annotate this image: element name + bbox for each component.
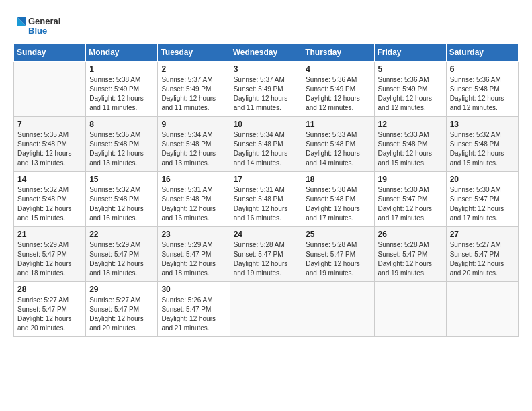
calendar-day-cell: 19Sunrise: 5:30 AMSunset: 5:47 PMDayligh…: [374, 172, 446, 227]
calendar-week-row: 7Sunrise: 5:35 AMSunset: 5:48 PMDaylight…: [14, 117, 519, 172]
day-info: Sunrise: 5:27 AMSunset: 5:47 PMDaylight:…: [89, 295, 154, 333]
day-info: Sunrise: 5:31 AMSunset: 5:48 PMDaylight:…: [234, 185, 299, 223]
day-info: Sunrise: 5:32 AMSunset: 5:48 PMDaylight:…: [450, 130, 515, 168]
day-number: 7: [17, 120, 82, 129]
day-number: 3: [234, 64, 299, 74]
logo-svg: GeneralBlue: [13, 13, 67, 39]
day-number: 20: [450, 175, 515, 184]
calendar-header-row: SundayMondayTuesdayWednesdayThursdayFrid…: [14, 44, 519, 62]
calendar-day-cell: 26Sunrise: 5:28 AMSunset: 5:47 PMDayligh…: [374, 227, 446, 282]
day-info: Sunrise: 5:28 AMSunset: 5:47 PMDaylight:…: [378, 240, 443, 278]
calendar-day-cell: 2Sunrise: 5:37 AMSunset: 5:49 PMDaylight…: [158, 62, 230, 117]
logo: GeneralBlue: [13, 13, 67, 39]
day-number: 21: [17, 230, 82, 239]
calendar-day-cell: 13Sunrise: 5:32 AMSunset: 5:48 PMDayligh…: [446, 117, 518, 172]
day-number: 29: [89, 285, 154, 294]
day-number: 25: [306, 230, 370, 239]
calendar-day-cell: [230, 282, 302, 337]
day-info: Sunrise: 5:28 AMSunset: 5:47 PMDaylight:…: [234, 240, 299, 278]
day-number: 18: [306, 175, 370, 184]
calendar-day-cell: 25Sunrise: 5:28 AMSunset: 5:47 PMDayligh…: [302, 227, 374, 282]
calendar-day-cell: 1Sunrise: 5:38 AMSunset: 5:49 PMDaylight…: [86, 62, 158, 117]
day-info: Sunrise: 5:31 AMSunset: 5:48 PMDaylight:…: [161, 185, 226, 223]
calendar-day-cell: 18Sunrise: 5:30 AMSunset: 5:48 PMDayligh…: [302, 172, 374, 227]
day-info: Sunrise: 5:35 AMSunset: 5:48 PMDaylight:…: [89, 130, 154, 168]
day-number: 16: [161, 175, 226, 184]
day-info: Sunrise: 5:35 AMSunset: 5:48 PMDaylight:…: [17, 130, 82, 168]
day-number: 8: [89, 120, 154, 129]
calendar-day-cell: 5Sunrise: 5:36 AMSunset: 5:49 PMDaylight…: [374, 62, 446, 117]
day-number: 12: [378, 120, 443, 129]
day-info: Sunrise: 5:38 AMSunset: 5:49 PMDaylight:…: [89, 75, 154, 113]
calendar-day-cell: 11Sunrise: 5:33 AMSunset: 5:48 PMDayligh…: [302, 117, 374, 172]
day-number: 2: [161, 64, 226, 74]
calendar-day-cell: 15Sunrise: 5:32 AMSunset: 5:48 PMDayligh…: [86, 172, 158, 227]
day-number: 5: [378, 64, 443, 74]
day-info: Sunrise: 5:36 AMSunset: 5:49 PMDaylight:…: [306, 75, 370, 113]
calendar-day-cell: 24Sunrise: 5:28 AMSunset: 5:47 PMDayligh…: [230, 227, 302, 282]
day-number: 30: [161, 285, 226, 294]
day-info: Sunrise: 5:29 AMSunset: 5:47 PMDaylight:…: [17, 240, 82, 278]
calendar-day-cell: 14Sunrise: 5:32 AMSunset: 5:48 PMDayligh…: [14, 172, 86, 227]
header: GeneralBlue: [13, 13, 519, 39]
day-info: Sunrise: 5:36 AMSunset: 5:49 PMDaylight:…: [378, 75, 443, 113]
calendar-day-cell: 10Sunrise: 5:34 AMSunset: 5:48 PMDayligh…: [230, 117, 302, 172]
day-number: 13: [450, 120, 515, 129]
calendar-day-cell: 7Sunrise: 5:35 AMSunset: 5:48 PMDaylight…: [14, 117, 86, 172]
day-number: 11: [306, 120, 370, 129]
calendar-day-cell: [374, 282, 446, 337]
calendar-day-cell: 27Sunrise: 5:27 AMSunset: 5:47 PMDayligh…: [446, 227, 518, 282]
calendar-day-cell: 29Sunrise: 5:27 AMSunset: 5:47 PMDayligh…: [86, 282, 158, 337]
calendar-week-row: 28Sunrise: 5:27 AMSunset: 5:47 PMDayligh…: [14, 282, 519, 337]
day-info: Sunrise: 5:30 AMSunset: 5:47 PMDaylight:…: [378, 185, 443, 223]
calendar-header-saturday: Saturday: [446, 44, 518, 62]
calendar-header-thursday: Thursday: [302, 44, 374, 62]
calendar-header-sunday: Sunday: [14, 44, 86, 62]
calendar-day-cell: 28Sunrise: 5:27 AMSunset: 5:47 PMDayligh…: [14, 282, 86, 337]
page: GeneralBlue SundayMondayTuesdayWednesday…: [0, 0, 532, 411]
day-number: 23: [161, 230, 226, 239]
calendar-week-row: 14Sunrise: 5:32 AMSunset: 5:48 PMDayligh…: [14, 172, 519, 227]
day-number: 6: [450, 64, 515, 74]
calendar-header-friday: Friday: [374, 44, 446, 62]
day-number: 14: [17, 175, 82, 184]
svg-text:Blue: Blue: [28, 26, 47, 36]
calendar-day-cell: 22Sunrise: 5:29 AMSunset: 5:47 PMDayligh…: [86, 227, 158, 282]
calendar-day-cell: 30Sunrise: 5:26 AMSunset: 5:47 PMDayligh…: [158, 282, 230, 337]
day-info: Sunrise: 5:33 AMSunset: 5:48 PMDaylight:…: [306, 130, 370, 168]
day-number: 4: [306, 64, 370, 74]
day-info: Sunrise: 5:37 AMSunset: 5:49 PMDaylight:…: [161, 75, 226, 113]
calendar-day-cell: 12Sunrise: 5:33 AMSunset: 5:48 PMDayligh…: [374, 117, 446, 172]
day-info: Sunrise: 5:34 AMSunset: 5:48 PMDaylight:…: [161, 130, 226, 168]
day-info: Sunrise: 5:26 AMSunset: 5:47 PMDaylight:…: [161, 295, 226, 333]
day-info: Sunrise: 5:30 AMSunset: 5:48 PMDaylight:…: [306, 185, 370, 223]
calendar-week-row: 21Sunrise: 5:29 AMSunset: 5:47 PMDayligh…: [14, 227, 519, 282]
day-info: Sunrise: 5:34 AMSunset: 5:48 PMDaylight:…: [234, 130, 299, 168]
day-number: 10: [234, 120, 299, 129]
day-info: Sunrise: 5:27 AMSunset: 5:47 PMDaylight:…: [450, 240, 515, 278]
day-number: 1: [89, 64, 154, 74]
day-info: Sunrise: 5:36 AMSunset: 5:48 PMDaylight:…: [450, 75, 515, 113]
day-info: Sunrise: 5:33 AMSunset: 5:48 PMDaylight:…: [378, 130, 443, 168]
day-info: Sunrise: 5:27 AMSunset: 5:47 PMDaylight:…: [17, 295, 82, 333]
calendar-header-wednesday: Wednesday: [230, 44, 302, 62]
day-info: Sunrise: 5:29 AMSunset: 5:47 PMDaylight:…: [89, 240, 154, 278]
calendar-day-cell: 23Sunrise: 5:29 AMSunset: 5:47 PMDayligh…: [158, 227, 230, 282]
calendar-day-cell: 8Sunrise: 5:35 AMSunset: 5:48 PMDaylight…: [86, 117, 158, 172]
calendar-day-cell: [446, 282, 518, 337]
day-info: Sunrise: 5:32 AMSunset: 5:48 PMDaylight:…: [89, 185, 154, 223]
calendar-day-cell: 21Sunrise: 5:29 AMSunset: 5:47 PMDayligh…: [14, 227, 86, 282]
calendar-day-cell: [302, 282, 374, 337]
calendar-day-cell: 9Sunrise: 5:34 AMSunset: 5:48 PMDaylight…: [158, 117, 230, 172]
day-number: 17: [234, 175, 299, 184]
day-number: 22: [89, 230, 154, 239]
svg-text:General: General: [28, 16, 60, 26]
calendar-day-cell: 20Sunrise: 5:30 AMSunset: 5:47 PMDayligh…: [446, 172, 518, 227]
calendar-day-cell: 16Sunrise: 5:31 AMSunset: 5:48 PMDayligh…: [158, 172, 230, 227]
calendar-week-row: 1Sunrise: 5:38 AMSunset: 5:49 PMDaylight…: [14, 62, 519, 117]
day-number: 27: [450, 230, 515, 239]
day-info: Sunrise: 5:29 AMSunset: 5:47 PMDaylight:…: [161, 240, 226, 278]
calendar-table: SundayMondayTuesdayWednesdayThursdayFrid…: [13, 43, 519, 337]
calendar-day-cell: 4Sunrise: 5:36 AMSunset: 5:49 PMDaylight…: [302, 62, 374, 117]
calendar-day-cell: 17Sunrise: 5:31 AMSunset: 5:48 PMDayligh…: [230, 172, 302, 227]
